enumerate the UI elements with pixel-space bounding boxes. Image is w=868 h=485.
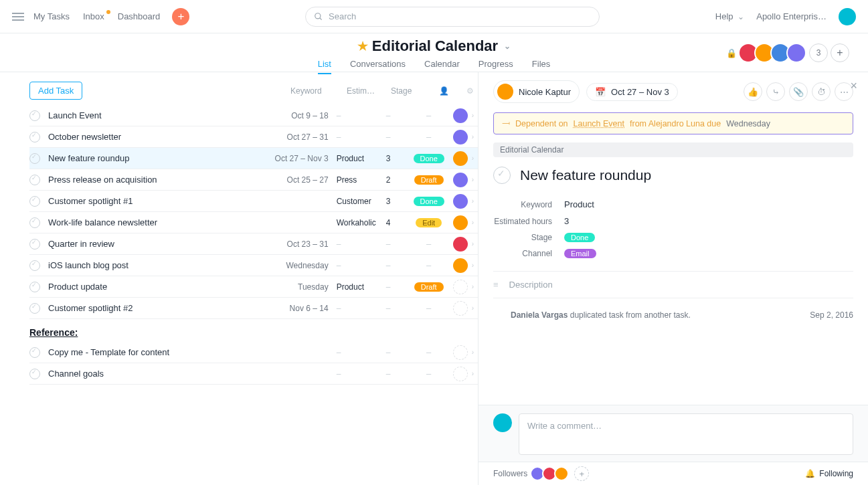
assignee-avatar[interactable] — [453, 258, 468, 273]
dependency-banner[interactable]: ⟞ Dependent on Launch Event from Alejand… — [493, 112, 853, 134]
assignee-avatar[interactable] — [453, 301, 468, 316]
chevron-down-icon: ⌄ — [737, 12, 744, 21]
activity-entry: Daniela Vargas duplicated task from anot… — [493, 310, 853, 320]
task-stage: Done — [409, 153, 449, 163]
nav-my-tasks[interactable]: My Tasks — [33, 11, 70, 21]
task-name: iOS launch blog post — [48, 260, 271, 270]
person-icon[interactable]: 👤 — [439, 86, 449, 96]
org-switcher[interactable]: Apollo Enterpris… — [756, 11, 827, 21]
field-value[interactable]: 3 — [564, 216, 569, 226]
complete-checkbox[interactable] — [29, 369, 40, 379]
add-member-button[interactable]: + — [831, 43, 849, 62]
channel-pill[interactable]: Email — [564, 249, 596, 258]
new-button[interactable]: + — [172, 8, 189, 25]
task-row[interactable]: Work-life balance newsletterWorkaholic4E… — [29, 212, 478, 233]
star-icon[interactable]: ★ — [357, 39, 368, 54]
follower-avatar[interactable] — [554, 466, 569, 481]
task-row[interactable]: Press release on acquisitionOct 25 – 27P… — [29, 169, 478, 191]
tab-calendar[interactable]: Calendar — [424, 59, 460, 74]
assignee-chip[interactable]: Nicole Kaptur — [493, 80, 580, 103]
task-rows: Launch EventOct 9 – 18–––›October newsle… — [29, 105, 478, 319]
complete-checkbox[interactable] — [29, 153, 40, 164]
add-follower-button[interactable]: + — [574, 466, 589, 481]
activity-actor[interactable]: Daniela Vargas — [511, 310, 568, 320]
member-avatar[interactable] — [786, 43, 806, 63]
help-menu[interactable]: Help ⌄ — [715, 11, 744, 21]
hamburger-icon[interactable] — [12, 13, 24, 21]
dep-event-link[interactable]: Launch Event — [574, 119, 624, 128]
list-header: Add Task Keyword Estim… Stage 👤 ⚙ — [29, 82, 478, 105]
detail-top: Nicole Kaptur 📅 Oct 27 – Nov 3 👍 ⤷ 📎 ⏱ ⋯ — [493, 80, 853, 103]
assignee-avatar[interactable] — [453, 194, 468, 209]
assignee-avatar[interactable] — [453, 215, 468, 230]
close-icon[interactable]: × — [850, 79, 857, 93]
following-toggle[interactable]: 🔔 Following — [805, 469, 853, 478]
complete-checkbox[interactable] — [29, 303, 40, 314]
col-stage[interactable]: Stage — [391, 86, 422, 96]
timer-icon[interactable]: ⏱ — [812, 82, 831, 101]
complete-checkbox[interactable] — [29, 282, 40, 292]
like-icon[interactable]: 👍 — [744, 82, 762, 101]
assignee-avatar[interactable] — [453, 108, 468, 123]
member-overflow[interactable]: 3 — [809, 43, 828, 62]
task-row[interactable]: New feature roundupOct 27 – Nov 3Product… — [29, 148, 478, 169]
complete-checkbox[interactable] — [29, 217, 40, 228]
task-row[interactable]: Copy me - Template for content–––› — [29, 342, 478, 363]
task-row[interactable]: Product updateTuesdayProduct–Draft› — [29, 276, 478, 298]
description-row[interactable]: ≡ Description — [493, 271, 853, 298]
detail-title-row: New feature roundup — [493, 167, 853, 184]
lock-icon[interactable]: 🔒 — [726, 48, 737, 58]
project-chip[interactable]: Editorial Calendar — [493, 142, 853, 157]
current-user-avatar[interactable] — [839, 8, 856, 25]
field-label: Estimated hours — [493, 217, 564, 226]
task-row[interactable]: iOS launch blog postWednesday–––› — [29, 255, 478, 276]
complete-checkbox[interactable] — [29, 239, 40, 250]
activity-timestamp: Sep 2, 2016 — [810, 310, 853, 320]
assignee-avatar[interactable] — [453, 151, 468, 166]
complete-checkbox[interactable] — [29, 175, 40, 185]
task-row[interactable]: Customer spotlight #2Nov 6 – 14–––› — [29, 298, 478, 319]
assignee-avatar[interactable] — [453, 345, 468, 360]
tab-conversations[interactable]: Conversations — [350, 59, 406, 74]
attachment-icon[interactable]: 📎 — [789, 82, 808, 101]
assignee-avatar[interactable] — [453, 367, 468, 381]
task-row[interactable]: October newsletterOct 27 – 31–––› — [29, 126, 478, 148]
nav-dashboard[interactable]: Dashboard — [118, 11, 161, 21]
custom-fields: Keyword Product Estimated hours 3 Stage … — [493, 196, 853, 262]
field-value[interactable]: Product — [564, 199, 594, 209]
search-input[interactable]: Search — [305, 7, 600, 27]
add-task-button[interactable]: Add Task — [29, 82, 82, 100]
chevron-down-icon[interactable]: ⌄ — [504, 41, 511, 51]
date-chip[interactable]: 📅 Oct 27 – Nov 3 — [586, 83, 678, 101]
tab-list[interactable]: List — [318, 59, 331, 74]
gear-icon[interactable]: ⚙ — [466, 86, 474, 96]
task-row[interactable]: Launch EventOct 9 – 18–––› — [29, 105, 478, 126]
complete-checkbox[interactable] — [29, 110, 40, 121]
task-date: Wednesday — [271, 261, 329, 270]
col-keyword[interactable]: Keyword — [290, 86, 329, 96]
task-title[interactable]: New feature roundup — [520, 167, 651, 183]
chevron-right-icon: › — [472, 197, 474, 205]
assignee-avatar[interactable] — [453, 173, 468, 187]
section-reference[interactable]: Reference: — [29, 319, 478, 342]
chevron-right-icon: › — [472, 176, 474, 183]
stage-pill[interactable]: Done — [564, 233, 595, 242]
task-row[interactable]: Customer spotlight #1Customer3Done› — [29, 191, 478, 212]
subtasks-icon[interactable]: ⤷ — [766, 82, 785, 101]
project-title[interactable]: Editorial Calendar — [372, 37, 498, 55]
task-estimate: – — [381, 111, 409, 120]
comment-box: Write a comment… — [479, 405, 868, 462]
task-row[interactable]: Quarter in reviewOct 23 – 31–––› — [29, 233, 478, 255]
assignee-avatar[interactable] — [453, 130, 468, 144]
task-row[interactable]: Channel goals–––› — [29, 363, 478, 385]
col-estimated[interactable]: Estim… — [347, 86, 373, 96]
complete-checkbox[interactable] — [29, 132, 40, 142]
complete-checkbox[interactable] — [29, 196, 40, 207]
complete-checkbox[interactable] — [29, 347, 40, 358]
nav-inbox[interactable]: Inbox — [83, 11, 104, 21]
complete-checkbox[interactable] — [29, 260, 40, 271]
complete-checkbox[interactable] — [493, 167, 511, 184]
assignee-avatar[interactable] — [453, 280, 468, 294]
assignee-avatar[interactable] — [453, 237, 468, 252]
comment-input[interactable]: Write a comment… — [519, 413, 853, 455]
